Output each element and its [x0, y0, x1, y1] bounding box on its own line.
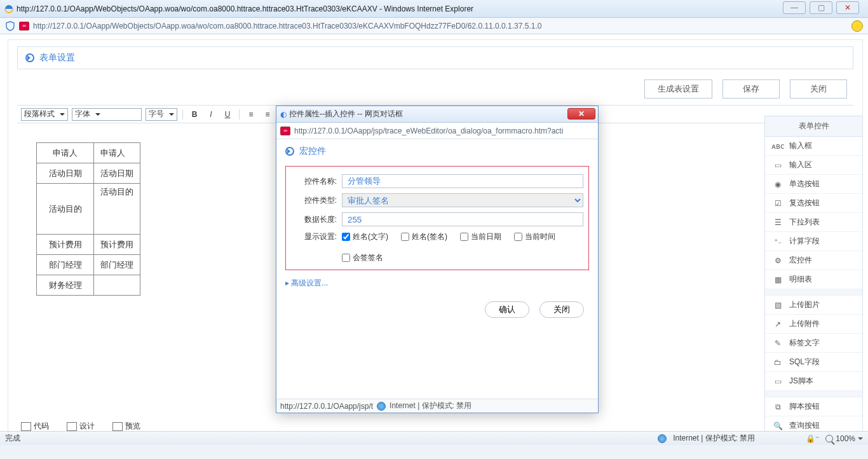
dialog-form: 控件名称: 控件类型: 审批人签名 数据长度: 显示设置: 姓名(文字) — [285, 166, 589, 270]
palette-item-scriptbtn[interactable]: ⧉脚本按钮 — [765, 397, 862, 416]
label-control-type: 控件类型: — [291, 195, 337, 206]
ie-icon — [4, 4, 14, 14]
palette-item-sql[interactable]: 🗀SQL字段 — [765, 353, 862, 372]
wand-icon: ✎ — [773, 339, 783, 348]
window-title: http://127.0.0.1/OAapp/WebObjects/OAapp.… — [17, 4, 864, 13]
globe-icon — [377, 402, 386, 411]
cell-label: 活动日期 — [37, 163, 94, 184]
bullet-icon — [285, 147, 294, 156]
font-size-select[interactable]: 字号 — [146, 108, 177, 121]
label-data-length: 数据长度: — [291, 214, 337, 225]
chk-name-sign[interactable]: 姓名(签名) — [401, 231, 447, 242]
dialog-status-left: http://127.0.0.1/OAapp/jsp/t — [280, 402, 373, 411]
panel-title: 表单设置 — [39, 52, 75, 64]
dialog-cancel-button[interactable]: 关闭 — [539, 301, 584, 318]
shield-icon — [5, 21, 15, 31]
gear-icon: ⚙ — [773, 256, 783, 265]
generate-button[interactable]: 生成表设置 — [644, 79, 712, 99]
control-name-input[interactable] — [342, 174, 583, 188]
dialog-favicon-red: ∞ — [280, 127, 290, 135]
bullet-icon — [25, 53, 34, 62]
palette-item-select[interactable]: ☰下拉列表 — [765, 213, 862, 232]
cell-label: 部门经理 — [37, 255, 94, 275]
dialog-title: 控件属性--插入控件 -- 网页对话框 — [289, 109, 403, 120]
palette-item-check[interactable]: ☑复选按钮 — [765, 194, 862, 213]
cell-label: 预计费用 — [37, 235, 94, 255]
palette-item-area[interactable]: ▭输入区 — [765, 156, 862, 175]
globe-icon — [658, 434, 667, 443]
control-palette: 表单控件 ᴀʙᴄ输入框 ▭输入区 ◉单选按钮 ☑复选按钮 ☰下拉列表 ⁺₋计算字… — [764, 116, 863, 445]
dialog-status-right: Internet | 保护模式: 禁用 — [390, 401, 471, 411]
browser-statusbar: 完成 Internet | 保护模式: 禁用 🔒⁻ 100% — [0, 431, 868, 445]
cell-value[interactable]: 活动目的 — [94, 184, 140, 235]
cell-value[interactable] — [94, 275, 140, 296]
ie-window: http://127.0.0.1/OAapp/WebObjects/OAapp.… — [0, 0, 868, 445]
palette-item-macro[interactable]: ⚙宏控件 — [765, 251, 862, 270]
advanced-settings-link[interactable]: ▸ 高级设置... — [285, 278, 589, 289]
underline-button[interactable]: U — [221, 108, 234, 121]
window-max-button[interactable]: ▢ — [810, 1, 832, 14]
image-icon: ▧ — [773, 301, 783, 310]
palette-item-radio[interactable]: ◉单选按钮 — [765, 175, 862, 194]
copy-icon: ⧉ — [773, 402, 783, 411]
control-type-select[interactable]: 审批人签名 — [342, 193, 583, 207]
palette-item-labeltxt[interactable]: ✎标签文字 — [765, 334, 862, 353]
label-control-name: 控件名称: — [291, 176, 337, 187]
italic-button[interactable]: I — [205, 108, 217, 121]
radio-icon: ◉ — [773, 180, 783, 189]
smiley-icon[interactable] — [851, 20, 863, 32]
chk-name-text[interactable]: 姓名(文字) — [342, 231, 388, 242]
cell-label: 财务经理 — [37, 275, 94, 296]
address-url[interactable]: http://127.0.0.1/OAapp/WebObjects/OAapp.… — [33, 22, 848, 31]
palette-item-js[interactable]: ▭JS脚本 — [765, 372, 862, 391]
palette-item-input[interactable]: ᴀʙᴄ输入框 — [765, 137, 862, 156]
security-icon[interactable]: 🔒⁻ — [806, 434, 819, 443]
close-button[interactable]: 关闭 — [790, 79, 847, 99]
calc-icon: ⁺₋ — [773, 237, 783, 246]
textarea-icon: ▭ — [773, 161, 783, 170]
cell-value[interactable]: 部门经理 — [94, 255, 140, 275]
chk-cur-date[interactable]: 当前日期 — [460, 231, 501, 242]
action-buttons: 生成表设置 保存 关闭 — [8, 69, 862, 105]
dialog-statusbar: http://127.0.0.1/OAapp/jsp/t Internet | … — [276, 399, 598, 413]
window-titlebar: http://127.0.0.1/OAapp/WebObjects/OAapp.… — [0, 0, 868, 18]
bold-button[interactable]: B — [188, 108, 201, 121]
search-icon: 🔍 — [773, 421, 783, 430]
chk-cosign[interactable]: 会签签名 — [342, 252, 383, 263]
cell-value[interactable]: 活动日期 — [94, 163, 140, 184]
script-icon: ▭ — [773, 377, 783, 386]
align-left-button[interactable]: ≡ — [245, 108, 257, 121]
cell-label: 活动目的 — [37, 184, 94, 235]
save-button[interactable]: 保存 — [722, 79, 780, 99]
dialog-close-button[interactable]: ✕ — [567, 108, 595, 120]
preview-icon — [112, 422, 123, 431]
palette-item-detail[interactable]: ▦明细表 — [765, 270, 862, 289]
dialog-favicon: ◐ — [280, 110, 287, 119]
dialog-section-header: 宏控件 — [276, 139, 598, 160]
dialog-address-bar: ∞ http://127.0.0.1/OAapp/jsp/trace_eWebE… — [276, 123, 598, 139]
align-center-button[interactable]: ≡ — [261, 108, 274, 121]
chk-cur-time[interactable]: 当前时间 — [514, 231, 555, 242]
palette-header: 表单控件 — [765, 116, 862, 137]
list-icon: ☰ — [773, 218, 783, 227]
page-content: 表单设置 生成表设置 保存 关闭 段落样式 字体 字号 B I U ≡ — [0, 34, 868, 445]
macro-property-dialog: ◐ 控件属性--插入控件 -- 网页对话框 ✕ ∞ http://127.0.0… — [276, 106, 599, 413]
checkbox-icon: ☑ — [773, 199, 783, 208]
palette-item-attach[interactable]: ↗上传附件 — [765, 315, 862, 334]
cell-value[interactable]: 申请人 — [94, 143, 140, 163]
paragraph-style-select[interactable]: 段落样式 — [21, 108, 68, 121]
zoom-control[interactable]: 100% — [825, 434, 863, 443]
folder-icon: 🗀 — [773, 358, 783, 367]
window-close-button[interactable]: ✕ — [836, 1, 859, 14]
label-display: 显示设置: — [291, 231, 337, 242]
font-family-select[interactable]: 字体 — [72, 108, 142, 121]
dialog-ok-button[interactable]: 确认 — [485, 301, 529, 318]
code-icon — [21, 422, 31, 431]
palette-item-image[interactable]: ▧上传图片 — [765, 296, 862, 315]
window-min-button[interactable]: — — [783, 1, 806, 14]
grid-icon: ▦ — [773, 275, 783, 284]
palette-item-calc[interactable]: ⁺₋计算字段 — [765, 232, 862, 251]
cell-value[interactable]: 预计费用 — [94, 235, 140, 255]
data-length-input[interactable] — [342, 212, 583, 226]
dialog-titlebar[interactable]: ◐ 控件属性--插入控件 -- 网页对话框 ✕ — [276, 106, 598, 123]
